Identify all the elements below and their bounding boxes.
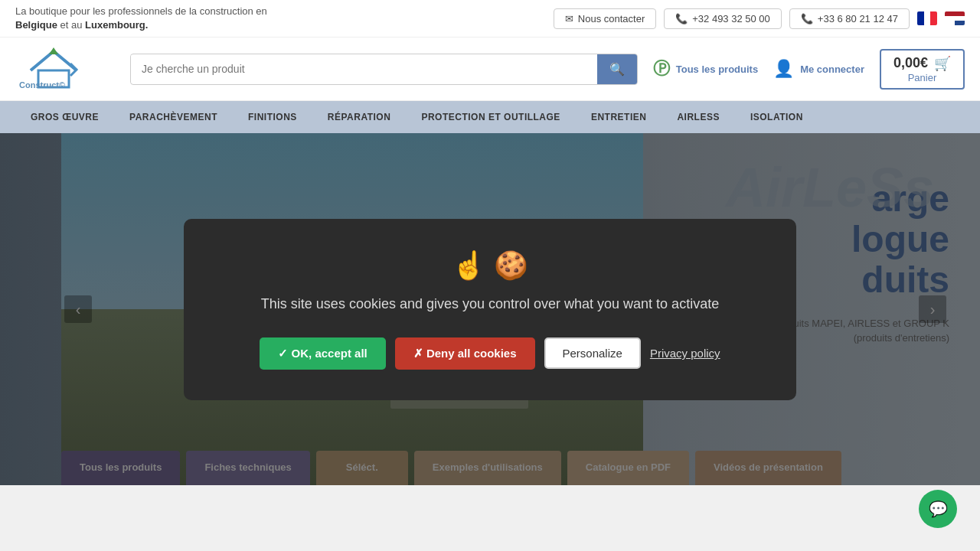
search-bar[interactable]: 🔍 xyxy=(130,54,638,85)
products-icon: Ⓟ xyxy=(653,57,670,80)
nav-item-reparation[interactable]: RÉPARATION xyxy=(312,101,407,133)
search-input[interactable] xyxy=(131,55,597,83)
user-icon: 👤 xyxy=(773,59,794,79)
chat-icon: 💬 xyxy=(929,500,948,518)
nav-item-protection[interactable]: PROTECTION ET OUTILLAGE xyxy=(406,101,576,133)
phone1-icon: 📞 xyxy=(675,13,688,24)
logo[interactable]: Construct© Proshop.be xyxy=(15,44,115,94)
tagline-and: et au xyxy=(60,19,83,31)
search-button[interactable]: 🔍 xyxy=(597,54,637,84)
cookie-buttons: ✓ OK, accept all ✗ Deny all cookies Pers… xyxy=(222,337,758,370)
main-content: arge logue duits Plus de 500 produits MA… xyxy=(0,133,980,485)
phone2-icon: 📞 xyxy=(801,13,813,24)
envelope-icon: ✉ xyxy=(565,13,573,24)
phone2-number: +33 6 80 21 12 47 xyxy=(818,13,898,24)
chat-bubble[interactable]: 💬 xyxy=(919,490,957,528)
cart-icon: 🛒 xyxy=(934,55,951,72)
navigation: GROS ŒUVRE PARACHÈVEMENT FINITIONS RÉPAR… xyxy=(0,101,980,133)
nav-item-parachevement[interactable]: PARACHÈVEMENT xyxy=(114,101,233,133)
cart-button[interactable]: 0,00€ 🛒 Panier xyxy=(880,49,965,90)
contact-label: Nous contacter xyxy=(578,13,645,24)
flag-fr[interactable] xyxy=(917,11,937,25)
nav-item-airless[interactable]: AIRLESS xyxy=(662,101,735,133)
phone2-button[interactable]: 📞 +33 6 80 21 12 47 xyxy=(789,8,910,29)
deny-all-button[interactable]: ✗ Deny all cookies xyxy=(395,337,535,370)
nav-item-entretien[interactable]: ENTRETIEN xyxy=(576,101,662,133)
tagline: La boutique pour les professionnels de l… xyxy=(15,5,291,32)
top-bar: La boutique pour les professionnels de l… xyxy=(0,0,980,37)
nav-actions: Ⓟ Tous les produits 👤 Me connecter 0,00€… xyxy=(653,49,965,90)
svg-text:Proshop.be: Proshop.be xyxy=(19,90,66,91)
nav-item-finitions[interactable]: FINITIONS xyxy=(233,101,312,133)
nav-item-isolation[interactable]: ISOLATION xyxy=(735,101,818,133)
tagline-text: La boutique pour les professionnels de l… xyxy=(15,5,267,17)
cart-label: Panier xyxy=(908,72,937,83)
cookie-message: This site uses cookies and gives you con… xyxy=(222,294,758,315)
cookie-overlay: ☝️ 🍪 This site uses cookies and gives yo… xyxy=(0,133,980,485)
all-products-action[interactable]: Ⓟ Tous les produits xyxy=(653,57,758,80)
tagline-luxembourg: Luxembourg. xyxy=(85,19,148,31)
header: Construct© Proshop.be 🔍 Ⓟ Tous les produ… xyxy=(0,37,980,101)
svg-marker-3 xyxy=(49,47,58,54)
phone1-button[interactable]: 📞 +32 493 32 50 00 xyxy=(664,8,782,29)
cart-amount: 0,00€ xyxy=(893,55,928,71)
phone1-number: +32 493 32 50 00 xyxy=(692,13,770,24)
personalize-button[interactable]: Personalize xyxy=(544,337,641,369)
search-icon: 🔍 xyxy=(609,63,625,76)
cookie-modal: ☝️ 🍪 This site uses cookies and gives yo… xyxy=(184,219,796,400)
logo-svg: Construct© Proshop.be xyxy=(15,44,115,91)
privacy-policy-button[interactable]: Privacy policy xyxy=(650,347,720,360)
top-bar-right: ✉ Nous contacter 📞 +32 493 32 50 00 📞 +3… xyxy=(554,8,965,29)
cookie-icons: ☝️ 🍪 xyxy=(222,249,758,282)
nav-item-gros-oeuvre[interactable]: GROS ŒUVRE xyxy=(15,101,114,133)
svg-text:Construct©: Construct© xyxy=(19,80,65,90)
flag-nl[interactable] xyxy=(945,11,965,25)
contact-button[interactable]: ✉ Nous contacter xyxy=(554,8,656,29)
tagline-belgique: Belgique xyxy=(15,19,57,31)
products-label: Tous les produits xyxy=(676,64,758,75)
connect-label: Me connecter xyxy=(800,64,864,75)
accept-all-button[interactable]: ✓ OK, accept all xyxy=(260,337,385,370)
connect-action[interactable]: 👤 Me connecter xyxy=(773,59,864,79)
